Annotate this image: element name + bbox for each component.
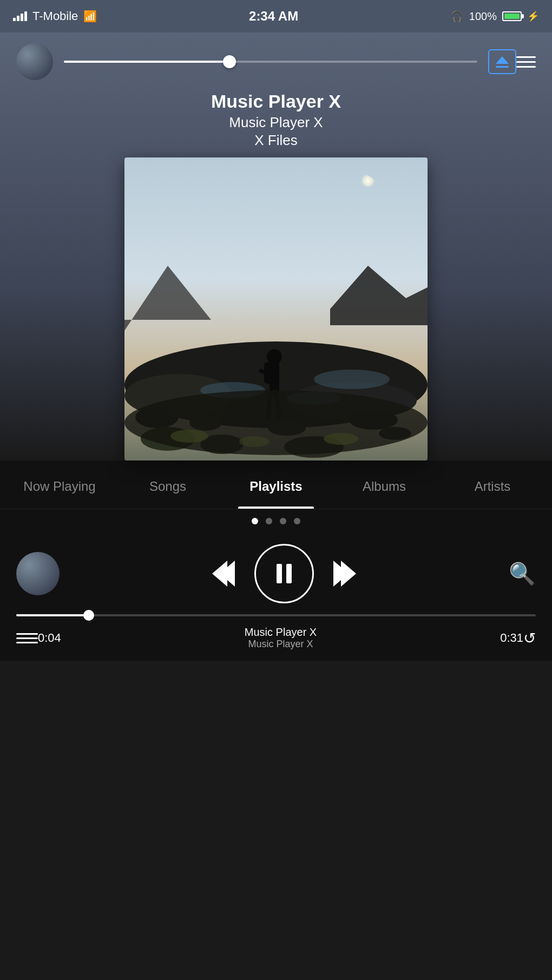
menu-button[interactable] bbox=[516, 56, 536, 68]
tab-artists[interactable]: Artists bbox=[438, 461, 547, 509]
search-icon: 🔍 bbox=[509, 562, 536, 586]
track-album: X Files bbox=[16, 132, 536, 149]
tab-now-playing[interactable]: Now Playing bbox=[5, 461, 114, 509]
time-elapsed: 0:04 bbox=[38, 631, 61, 645]
tab-bar: Now Playing Songs Playlists Albums Artis… bbox=[0, 461, 552, 509]
bottom-progress-track[interactable] bbox=[16, 614, 536, 616]
dot-3[interactable] bbox=[280, 518, 286, 524]
tab-albums[interactable]: Albums bbox=[330, 461, 438, 509]
airplay-icon bbox=[496, 56, 509, 64]
queue-icon bbox=[16, 633, 38, 635]
mini-track-info: Music Player X Music Player X bbox=[70, 626, 491, 650]
dot-1[interactable] bbox=[252, 518, 258, 524]
dot-4[interactable] bbox=[294, 518, 300, 524]
bottom-progress-thumb[interactable] bbox=[83, 610, 94, 621]
tab-songs-label: Songs bbox=[149, 479, 186, 494]
album-art bbox=[124, 157, 428, 461]
hamburger-icon bbox=[516, 56, 536, 58]
track-title: Music Player X bbox=[16, 91, 536, 112]
forward-button[interactable] bbox=[333, 561, 356, 587]
bottom-progress-fill bbox=[16, 614, 89, 616]
tab-artists-label: Artists bbox=[475, 479, 511, 494]
tab-playlists[interactable]: Playlists bbox=[222, 461, 330, 509]
status-right: 🎧 100% ⚡ bbox=[450, 10, 539, 23]
tab-playlists-label: Playlists bbox=[249, 479, 302, 494]
svg-point-27 bbox=[324, 433, 358, 445]
svg-point-9 bbox=[314, 370, 390, 389]
bottom-controls: 🔍 bbox=[0, 533, 552, 609]
battery-icon bbox=[502, 11, 522, 21]
airplay-button[interactable] bbox=[488, 49, 516, 74]
status-bar: T-Mobile 📶 2:34 AM 🎧 100% ⚡ bbox=[0, 0, 552, 32]
carrier-label: T-Mobile bbox=[32, 9, 78, 23]
page-dots bbox=[0, 509, 552, 533]
status-left: T-Mobile 📶 bbox=[13, 9, 97, 23]
tab-now-playing-label: Now Playing bbox=[23, 479, 95, 494]
signal-icon bbox=[13, 11, 27, 21]
track-info: Music Player X Music Player X X Files bbox=[16, 91, 536, 149]
search-button[interactable]: 🔍 bbox=[509, 561, 536, 587]
dot-2[interactable] bbox=[266, 518, 272, 524]
wifi-icon: 📶 bbox=[83, 10, 97, 23]
charging-icon: ⚡ bbox=[527, 10, 539, 22]
time-total: 0:31 bbox=[500, 631, 523, 645]
queue-button[interactable] bbox=[16, 633, 38, 643]
svg-point-24 bbox=[124, 390, 428, 455]
rewind-button[interactable] bbox=[212, 561, 235, 587]
headphone-icon: 🎧 bbox=[450, 10, 464, 23]
status-time: 2:34 AM bbox=[249, 9, 298, 24]
top-controls bbox=[16, 43, 536, 80]
svg-point-26 bbox=[239, 436, 270, 447]
tab-albums-label: Albums bbox=[363, 479, 406, 494]
repeat-button[interactable]: ↺ bbox=[523, 629, 536, 647]
top-progress-bar[interactable] bbox=[64, 61, 477, 63]
mini-player-row: 0:04 Music Player X Music Player X 0:31 … bbox=[0, 622, 552, 661]
top-progress-fill bbox=[64, 61, 229, 63]
svg-point-25 bbox=[170, 430, 208, 443]
progress-section bbox=[0, 609, 552, 622]
svg-point-20 bbox=[267, 349, 282, 364]
battery-percent: 100% bbox=[469, 10, 497, 23]
top-progress-thumb[interactable] bbox=[223, 55, 236, 68]
mini-track-artist: Music Player X bbox=[248, 639, 313, 650]
avatar bbox=[16, 43, 53, 80]
svg-point-1 bbox=[319, 171, 384, 236]
mini-track-title: Music Player X bbox=[245, 626, 317, 639]
track-artist: Music Player X bbox=[16, 114, 536, 131]
pause-button[interactable] bbox=[254, 544, 314, 603]
tab-songs[interactable]: Songs bbox=[114, 461, 222, 509]
pause-icon bbox=[277, 564, 292, 583]
playback-controls bbox=[212, 544, 356, 603]
mini-avatar bbox=[16, 552, 60, 595]
player-top: Music Player X Music Player X X Files bbox=[0, 32, 552, 461]
repeat-icon: ↺ bbox=[523, 630, 536, 647]
